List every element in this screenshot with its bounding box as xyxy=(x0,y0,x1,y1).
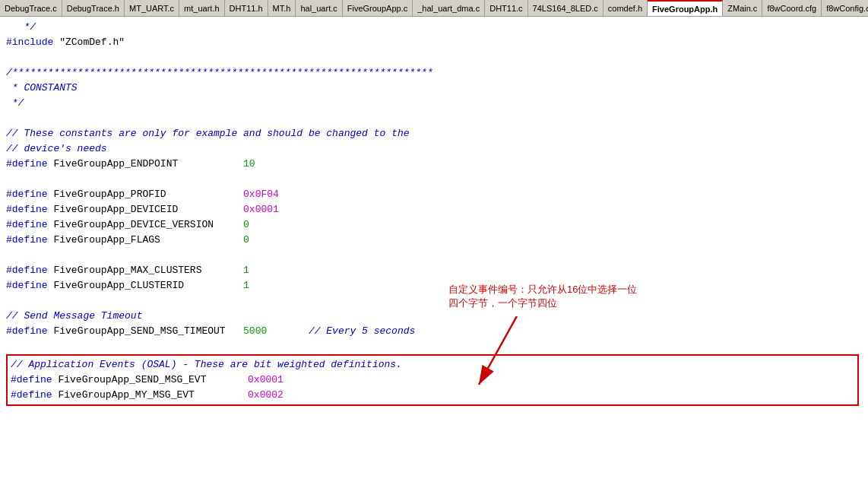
svg-line-1 xyxy=(479,316,517,385)
code-line-1: */ xyxy=(6,20,862,35)
code-text: // Send Message Timeout xyxy=(6,309,142,324)
code-text: 1 xyxy=(243,278,249,293)
code-text: These xyxy=(195,357,224,372)
code-text: FiveGroupApp_PROFID xyxy=(53,187,243,202)
tab-comdef-h[interactable]: comdef.h xyxy=(603,0,648,16)
code-line-10: #define FiveGroupApp_ENDPOINT 10 xyxy=(6,157,862,172)
code-line-12: #define FiveGroupApp_PROFID 0x0F04 xyxy=(6,187,862,202)
code-text: // device's needs xyxy=(6,141,107,157)
code-text: #define xyxy=(6,263,53,278)
tab-74ls164[interactable]: 74LS164_8LED.c xyxy=(528,0,603,16)
code-text: 0 xyxy=(243,217,249,233)
tab-zmain-c[interactable]: ZMain.c xyxy=(723,0,762,16)
code-text: */ xyxy=(6,20,36,35)
code-line-13: #define FiveGroupApp_DEVICEID 0x0001 xyxy=(6,202,862,217)
code-text: FiveGroupApp_SEND_MSG_TIMEOUT xyxy=(53,324,243,339)
code-text: FiveGroupApp_MAX_CLUSTERS xyxy=(53,263,243,278)
annotation-line1: 自定义事件编号：只允许从16位中选择一位 xyxy=(448,283,637,296)
code-text: 0x0002 xyxy=(248,388,284,403)
code-text: FiveGroupApp_ENDPOINT xyxy=(53,157,243,172)
code-text: 0x0001 xyxy=(248,372,284,388)
code-text: // xyxy=(11,357,28,372)
code-text: FiveGroupApp_FLAGS xyxy=(53,233,243,248)
code-line-5: * CONSTANTS xyxy=(6,81,862,96)
code-text: FiveGroupApp_CLUSTERID xyxy=(53,278,243,293)
code-text: // Every 5 seconds xyxy=(309,324,415,339)
code-text: the xyxy=(391,126,409,141)
code-text: "ZComDef.h" xyxy=(59,35,125,50)
code-text: */ xyxy=(6,96,24,111)
code-text: // These constants are only for example xyxy=(6,126,243,141)
code-text: #define xyxy=(6,278,53,293)
code-text: 0 xyxy=(243,233,249,248)
tab-f8wcoord[interactable]: f8wCoord.cfg xyxy=(762,0,822,16)
tab-f8wconfig[interactable]: f8wConfig.cfg xyxy=(822,0,868,16)
code-line-21: #define FiveGroupApp_SEND_MSG_TIMEOUT 50… xyxy=(6,324,862,339)
code-line-8: // These constants are only for example … xyxy=(6,126,862,141)
code-text: FiveGroupApp_MY_MSG_EVT xyxy=(58,388,248,403)
code-text: #define xyxy=(11,372,58,388)
tab-debugtrace-c[interactable]: DebugTrace.c xyxy=(0,0,62,16)
code-text: #define xyxy=(6,233,53,248)
code-line-blank1 xyxy=(6,50,862,65)
annotation: 自定义事件编号：只允许从16位中选择一位 四个字节，一个字节四位 xyxy=(448,283,637,395)
code-text: #define xyxy=(6,157,53,172)
code-text: and xyxy=(243,126,261,141)
code-text xyxy=(267,324,309,339)
code-block: */ #include "ZComDef.h" /***************… xyxy=(6,20,862,406)
code-line-2: #include "ZComDef.h" xyxy=(6,35,862,50)
code-text: #define xyxy=(6,324,53,339)
code-text: 5000 xyxy=(243,324,267,339)
code-line-4: /***************************************… xyxy=(6,65,862,81)
code-line-25: #define FiveGroupApp_MY_MSG_EVT 0x0002 xyxy=(11,388,854,403)
code-line-blank5 xyxy=(6,293,862,309)
code-text: Application xyxy=(28,357,93,372)
code-text: FiveGroupApp_DEVICEID xyxy=(53,202,243,217)
code-line-17: #define FiveGroupApp_MAX_CLUSTERS 1 xyxy=(6,263,862,278)
code-text: #define xyxy=(11,388,58,403)
code-line-23: // Application Events (OSAL) - These are… xyxy=(11,357,854,372)
tab-debugtrace-h[interactable]: DebugTrace.h xyxy=(62,0,125,16)
code-text: are bit weighted definitions. xyxy=(224,357,402,372)
code-line-blank6 xyxy=(6,339,862,354)
code-text: FiveGroupApp_SEND_MSG_EVT xyxy=(58,372,248,388)
tab-mt-uart-c[interactable]: MT_UART.c xyxy=(125,0,179,16)
tab-hal-uart-c[interactable]: hal_uart.c xyxy=(296,0,342,16)
code-line-20: // Send Message Timeout xyxy=(6,309,862,324)
code-text: #define xyxy=(6,217,53,233)
code-text xyxy=(385,126,391,141)
highlight-box: // Application Events (OSAL) - These are… xyxy=(6,354,859,406)
code-line-blank2 xyxy=(6,111,862,126)
code-line-blank3 xyxy=(6,172,862,187)
code-text: #define xyxy=(6,202,53,217)
code-area[interactable]: */ #include "ZComDef.h" /***************… xyxy=(0,17,868,485)
code-line-14: #define FiveGroupApp_DEVICE_VERSION 0 xyxy=(6,217,862,233)
code-text: FiveGroupApp_DEVICE_VERSION xyxy=(53,217,243,233)
code-line-blank4 xyxy=(6,248,862,263)
code-text: Events (OSAL) - xyxy=(93,357,195,372)
code-text: 0x0001 xyxy=(243,202,279,217)
tab-bar: DebugTrace.c DebugTrace.h MT_UART.c mt_u… xyxy=(0,0,868,17)
code-text: 0x0F04 xyxy=(243,187,279,202)
code-line-24: #define FiveGroupApp_SEND_MSG_EVT 0x0001 xyxy=(11,372,854,388)
code-text: /***************************************… xyxy=(6,65,433,81)
tab-dht11-h[interactable]: DHT11.h xyxy=(225,0,268,16)
annotation-line2: 四个字节，一个字节四位 xyxy=(448,296,637,310)
tab-mt-uart-h[interactable]: mt_uart.h xyxy=(179,0,224,16)
tab-hal-uart-dma-c[interactable]: _hal_uart_dma.c xyxy=(413,0,485,16)
code-text: #include xyxy=(6,35,59,50)
code-text: 10 xyxy=(243,157,255,172)
code-text: to xyxy=(374,126,386,141)
code-line-18: #define FiveGroupApp_CLUSTERID 1 xyxy=(6,278,862,293)
tab-fivegroupapp-c[interactable]: FiveGroupApp.c xyxy=(343,0,413,16)
tab-mt-h[interactable]: MT.h xyxy=(268,0,296,16)
code-text: #define xyxy=(6,187,53,202)
code-line-9: // device's needs xyxy=(6,141,862,157)
code-text: should be changed xyxy=(261,126,373,141)
tab-dht11-c[interactable]: DHT11.c xyxy=(485,0,527,16)
code-text: * CONSTANTS xyxy=(6,81,78,96)
code-line-15: #define FiveGroupApp_FLAGS 0 xyxy=(6,233,862,248)
arrow xyxy=(471,316,637,395)
tab-fivegroupapp-h[interactable]: FiveGroupApp.h xyxy=(648,0,723,16)
code-text: 1 xyxy=(243,263,249,278)
